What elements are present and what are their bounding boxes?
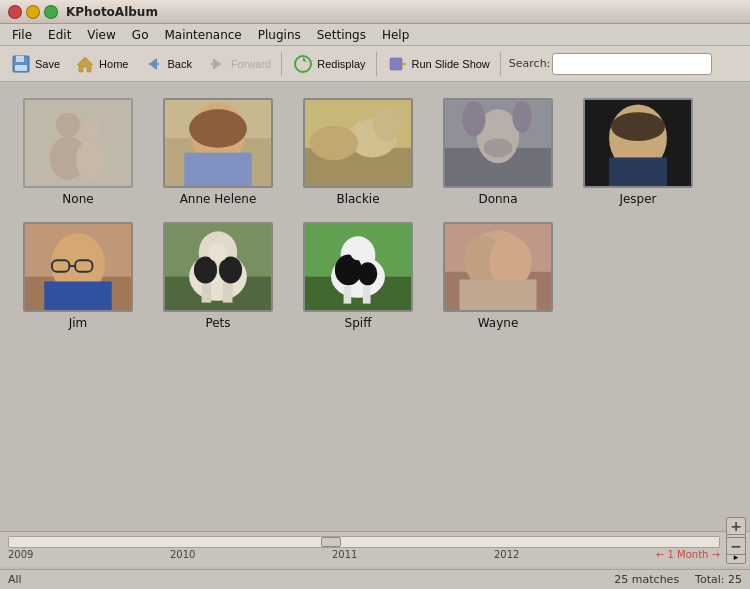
titlebar: KPhotoAlbum [0, 0, 750, 24]
menubar: File Edit View Go Maintenance Plugins Se… [0, 24, 750, 46]
album-label-blackie: Blackie [336, 192, 379, 206]
svg-rect-7 [211, 63, 221, 65]
search-input[interactable] [552, 53, 712, 75]
zoom-out-button[interactable]: − [726, 537, 746, 555]
album-label-pets: Pets [205, 316, 230, 330]
forward-label: Forward [231, 58, 271, 70]
statusbar-matches: 25 matches [614, 573, 679, 586]
svg-rect-2 [15, 65, 27, 71]
svg-point-31 [484, 138, 513, 157]
menu-maintenance[interactable]: Maintenance [156, 26, 249, 44]
album-thumb-anne-helene [163, 98, 273, 188]
album-item-none[interactable]: None [8, 90, 148, 214]
album-item-anne-helene[interactable]: Anne Helene [148, 90, 288, 214]
redisplay-button[interactable]: Redisplay [286, 50, 371, 78]
year-2010: 2010 [170, 549, 195, 560]
svg-point-30 [512, 102, 531, 133]
svg-point-29 [462, 102, 485, 137]
album-thumb-wayne [443, 222, 553, 312]
maximize-button[interactable] [44, 5, 58, 19]
menu-file[interactable]: File [4, 26, 40, 44]
album-item-donna[interactable]: Donna [428, 90, 568, 214]
svg-rect-66 [459, 280, 536, 311]
menu-plugins[interactable]: Plugins [250, 26, 309, 44]
album-label-wayne: Wayne [478, 316, 519, 330]
window-title: KPhotoAlbum [66, 5, 158, 19]
album-label-anne-helene: Anne Helene [180, 192, 257, 206]
search-label: Search: [509, 57, 551, 70]
home-label: Home [99, 58, 128, 70]
zoom-in-button[interactable]: + [726, 517, 746, 535]
year-2012: 2012 [494, 549, 519, 560]
separator-2 [376, 52, 377, 76]
anne-helene-photo [165, 98, 271, 188]
close-button[interactable] [8, 5, 22, 19]
svg-rect-34 [609, 157, 667, 186]
menu-help[interactable]: Help [374, 26, 417, 44]
svg-point-57 [358, 262, 377, 285]
svg-marker-11 [402, 62, 407, 66]
save-button[interactable]: Save [4, 50, 66, 78]
menu-edit[interactable]: Edit [40, 26, 79, 44]
timeline-scrollbar[interactable] [8, 536, 720, 548]
svg-rect-47 [202, 283, 212, 302]
svg-rect-10 [390, 58, 402, 70]
album-label-jesper: Jesper [619, 192, 656, 206]
home-button[interactable]: Home [68, 50, 134, 78]
donna-photo [445, 98, 551, 188]
album-item-jim[interactable]: Jim [8, 214, 148, 338]
statusbar-total: Total: 25 [695, 573, 742, 586]
pets-photo [165, 222, 271, 312]
wayne-photo [445, 222, 551, 312]
svg-point-51 [208, 243, 227, 262]
month-info: ← 1 Month → [656, 549, 720, 560]
forward-button[interactable]: Forward [200, 50, 277, 78]
home-icon [74, 53, 96, 75]
zoom-controls[interactable]: + − [726, 517, 746, 555]
back-button[interactable]: Back [136, 50, 197, 78]
window-controls[interactable] [8, 5, 58, 19]
album-thumb-spiff [303, 222, 413, 312]
redisplay-label: Redisplay [317, 58, 365, 70]
svg-rect-59 [344, 286, 352, 303]
back-icon [142, 53, 164, 75]
svg-point-25 [310, 126, 358, 161]
album-thumb-pets [163, 222, 273, 312]
save-icon [10, 53, 32, 75]
svg-point-14 [81, 119, 101, 139]
svg-rect-39 [44, 281, 111, 310]
svg-rect-48 [223, 283, 233, 302]
menu-view[interactable]: View [79, 26, 123, 44]
timeline: 2009 2010 2011 2012 ← 1 Month → ◂ ▸ [0, 531, 750, 567]
album-label-jim: Jim [69, 316, 88, 330]
separator-3 [500, 52, 501, 76]
svg-point-20 [189, 109, 247, 148]
blackie-photo [305, 98, 411, 188]
spiff-photo [305, 222, 411, 312]
svg-rect-1 [16, 56, 24, 62]
minimize-button[interactable] [26, 5, 40, 19]
jim-photo [25, 222, 131, 312]
album-item-spiff[interactable]: Spiff [288, 214, 428, 338]
timeline-thumb[interactable] [321, 537, 341, 547]
year-2009: 2009 [8, 549, 33, 560]
silhouette-icon [33, 103, 123, 183]
year-2011: 2011 [332, 549, 357, 560]
menu-go[interactable]: Go [124, 26, 157, 44]
slideshow-button[interactable]: Run Slide Show [381, 50, 496, 78]
back-label: Back [167, 58, 191, 70]
album-item-wayne[interactable]: Wayne [428, 214, 568, 338]
album-item-jesper[interactable]: Jesper [568, 90, 708, 214]
toolbar: Save Home Back Forward [0, 46, 750, 82]
album-thumb-jim [23, 222, 133, 312]
svg-point-15 [76, 140, 106, 180]
svg-point-58 [350, 245, 365, 260]
menu-settings[interactable]: Settings [309, 26, 374, 44]
jesper-photo [585, 98, 691, 188]
statusbar-counts: 25 matches Total: 25 [614, 573, 742, 586]
slideshow-icon [387, 53, 409, 75]
svg-rect-60 [363, 286, 371, 303]
separator-1 [281, 52, 282, 76]
album-item-pets[interactable]: Pets [148, 214, 288, 338]
album-item-blackie[interactable]: Blackie [288, 90, 428, 214]
